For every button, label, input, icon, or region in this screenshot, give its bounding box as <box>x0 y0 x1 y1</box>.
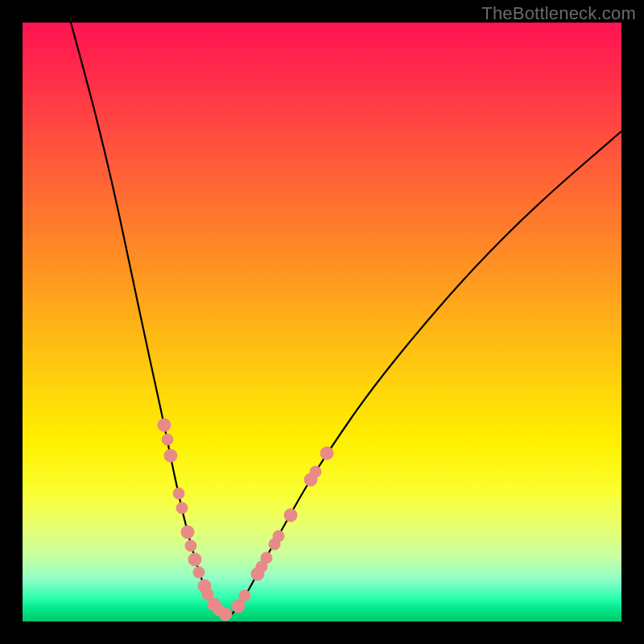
data-marker <box>320 447 333 460</box>
data-marker <box>261 552 272 564</box>
watermark-text: TheBottleneck.com <box>481 3 636 24</box>
data-marker <box>239 590 250 601</box>
data-marker <box>158 419 171 431</box>
data-marker <box>232 600 245 613</box>
right-curve <box>232 131 621 614</box>
data-marker <box>273 530 284 542</box>
data-marker <box>310 466 321 477</box>
data-marker <box>188 553 201 566</box>
data-marker <box>173 488 184 499</box>
data-marker <box>162 434 173 445</box>
data-marker <box>219 608 232 621</box>
data-marker <box>164 449 177 462</box>
data-marker <box>193 567 204 578</box>
data-marker <box>202 588 213 600</box>
data-marker <box>181 526 194 539</box>
left-curve <box>71 23 222 614</box>
data-marker <box>185 540 196 551</box>
plot-area <box>23 23 621 621</box>
chart-frame: TheBottleneck.com <box>0 0 644 644</box>
data-marker <box>176 502 188 514</box>
curves-svg <box>23 23 621 621</box>
data-marker <box>284 509 297 522</box>
